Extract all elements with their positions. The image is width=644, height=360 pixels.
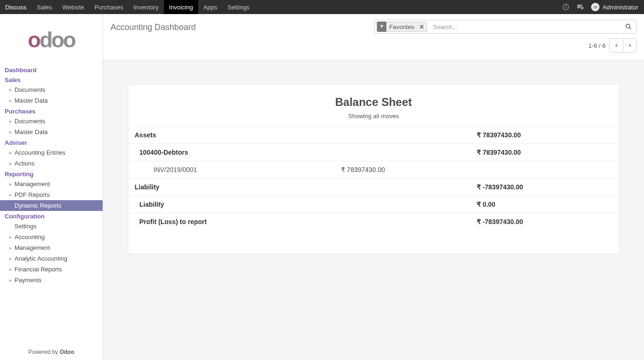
- menu-item-label: Settings: [15, 223, 37, 230]
- search-box[interactable]: Favorites ✕: [374, 20, 637, 34]
- report-row: 100400-Debtors₹ 78397430.00: [128, 144, 619, 161]
- caret-right-icon: ▸: [9, 234, 14, 240]
- avatar: m: [591, 3, 600, 11]
- report-row: INV/2019/0001₹ 78397430.00: [128, 161, 619, 179]
- nav-item-sales[interactable]: Sales: [32, 0, 58, 14]
- menu-item-label: Master Data: [15, 128, 48, 135]
- navbar-right: m Administrator: [562, 3, 644, 11]
- menu-header-sales[interactable]: Sales: [5, 75, 98, 84]
- menu-item-label: Management: [15, 180, 50, 188]
- pager-count: 1-6 / 6: [588, 42, 606, 49]
- caret-right-icon: ▸: [9, 278, 14, 283]
- search-icon[interactable]: [621, 23, 636, 30]
- row-label: Liability: [135, 201, 341, 208]
- nav-item-purchases[interactable]: Purchases: [89, 0, 128, 14]
- nav-item-apps[interactable]: Apps: [198, 0, 222, 14]
- caret-right-icon: ▸: [9, 129, 14, 135]
- search-input[interactable]: [429, 23, 621, 30]
- pager-next-button[interactable]: [623, 39, 636, 52]
- menu-item-label: Actions: [15, 160, 35, 167]
- user-name: Administrator: [602, 4, 638, 11]
- logo[interactable]: odoo: [0, 14, 103, 65]
- menu-item-dynamic-reports[interactable]: Dynamic Reports: [0, 200, 103, 211]
- row-col2: [341, 183, 477, 191]
- caret-right-icon: ▸: [9, 161, 14, 166]
- row-col3: ₹ 78397430.00: [477, 131, 613, 139]
- nav-item-settings[interactable]: Settings: [222, 0, 255, 14]
- menu-item-analytic-accounting[interactable]: ▸Analytic Accounting: [5, 253, 98, 264]
- menu-item-settings[interactable]: Settings: [5, 221, 98, 232]
- menu-header-dashboard[interactable]: Dashboard: [5, 65, 98, 75]
- menu-item-actions[interactable]: ▸Actions: [5, 158, 98, 169]
- caret-right-icon: ▸: [9, 256, 14, 261]
- user-menu[interactable]: m Administrator: [591, 3, 638, 11]
- row-label: 100400-Debtors: [135, 149, 341, 156]
- caret-right-icon: ▸: [9, 87, 14, 92]
- row-col3: ₹ -78397430.00: [477, 183, 613, 191]
- menu-item-label: Master Data: [15, 97, 48, 104]
- facet-remove-icon[interactable]: ✕: [417, 23, 427, 30]
- sidebar-menu: DashboardSales▸Documents▸Master DataPurc…: [0, 65, 103, 344]
- row-col2: [341, 149, 477, 156]
- row-col2: ₹ 78397430.00: [341, 166, 477, 173]
- menu-header-adviser[interactable]: Adviser: [5, 137, 98, 147]
- menu-item-management[interactable]: ▸Management: [5, 242, 98, 253]
- pager: 1-6 / 6: [588, 38, 637, 52]
- report-row: Profit (Loss) to report₹ -78397430.00: [128, 213, 619, 230]
- menu-item-accounting[interactable]: ▸Accounting: [5, 232, 98, 242]
- menu-item-label: Payments: [15, 277, 42, 284]
- caret-right-icon: ▸: [9, 192, 14, 197]
- menu-item-master-data[interactable]: ▸Master Data: [5, 127, 98, 137]
- menu-item-label: PDF Reports: [15, 191, 50, 198]
- powered-brand[interactable]: Odoo: [59, 349, 74, 355]
- top-navbar: DiscussSalesWebsitePurchasesInventoryInv…: [0, 0, 644, 14]
- menu-header-reporting[interactable]: Reporting: [5, 169, 98, 179]
- messages-icon[interactable]: [576, 3, 585, 11]
- main-area: Accounting Dashboard Favorites ✕: [103, 14, 644, 360]
- caret-right-icon: ▸: [9, 150, 14, 155]
- nav-item-inventory[interactable]: Inventory: [128, 0, 163, 14]
- page-title: Accounting Dashboard: [111, 20, 196, 32]
- menu-item-label: Accounting: [15, 233, 44, 240]
- sidebar: odoo DashboardSales▸Documents▸Master Dat…: [0, 14, 103, 360]
- pager-prev-button[interactable]: [610, 39, 623, 52]
- nav-item-website[interactable]: Website: [57, 0, 89, 14]
- menu-item-payments[interactable]: ▸Payments: [5, 275, 98, 285]
- caret-right-icon: ▸: [9, 98, 14, 103]
- menu-item-label: Management: [15, 244, 50, 251]
- row-label: Assets: [135, 131, 341, 139]
- main-header: Accounting Dashboard Favorites ✕: [103, 14, 644, 56]
- caret-right-icon: ▸: [9, 267, 14, 272]
- menu-item-label: Documents: [15, 86, 45, 93]
- menu-header-configuration[interactable]: Configuration: [5, 211, 98, 221]
- report-subtitle: Showing all moves: [128, 112, 619, 120]
- facet-label: Favorites: [386, 23, 417, 30]
- row-col2: [341, 218, 477, 225]
- filter-icon: [377, 22, 386, 32]
- svg-point-1: [626, 24, 630, 28]
- menu-item-documents[interactable]: ▸Documents: [5, 116, 98, 127]
- caret-right-icon: ▸: [9, 181, 14, 187]
- content-area: Balance Sheet Showing all moves Assets₹ …: [103, 60, 644, 360]
- row-label: INV/2019/0001: [135, 166, 341, 173]
- menu-item-label: Documents: [15, 118, 45, 125]
- menu-item-label: Analytic Accounting: [15, 255, 67, 262]
- menu-item-label: Financial Reports: [15, 266, 62, 273]
- row-col2: [341, 131, 477, 139]
- menu-item-documents[interactable]: ▸Documents: [5, 84, 98, 95]
- row-label: Liability: [135, 183, 341, 191]
- menu-item-accounting-entries[interactable]: ▸Accounting Entries: [5, 147, 98, 158]
- menu-header-purchases[interactable]: Purchases: [5, 106, 98, 116]
- menu-item-label: Accounting Entries: [15, 149, 65, 156]
- report-card: Balance Sheet Showing all moves Assets₹ …: [128, 84, 620, 254]
- menu-item-pdf-reports[interactable]: ▸PDF Reports: [5, 189, 98, 200]
- activity-icon[interactable]: [562, 3, 570, 11]
- row-label: Profit (Loss) to report: [135, 218, 341, 225]
- menu-item-master-data[interactable]: ▸Master Data: [5, 95, 98, 106]
- nav-item-invoicing[interactable]: Invoicing: [164, 0, 198, 14]
- report-row: Liability₹ -78397430.00: [128, 179, 619, 196]
- caret-right-icon: ▸: [9, 119, 14, 124]
- menu-item-financial-reports[interactable]: ▸Financial Reports: [5, 264, 98, 275]
- menu-item-management[interactable]: ▸Management: [5, 179, 98, 189]
- nav-item-discuss[interactable]: Discuss: [0, 0, 32, 14]
